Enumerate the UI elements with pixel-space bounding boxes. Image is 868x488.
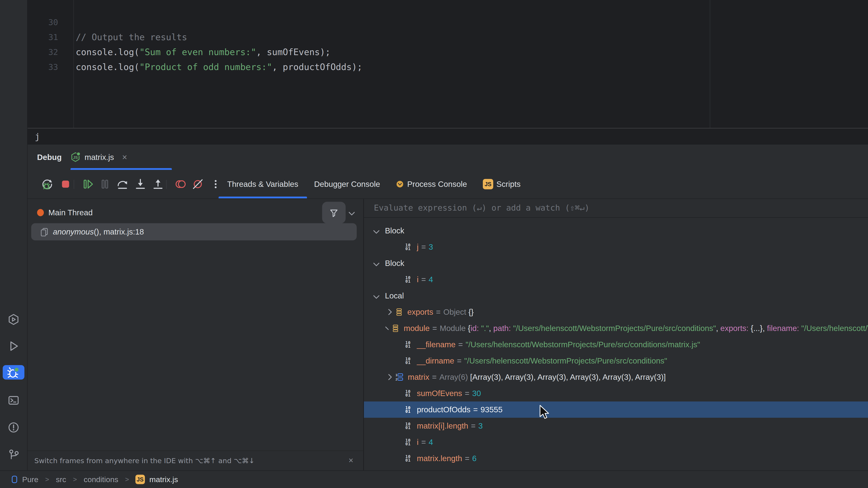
debug-tool-button[interactable] <box>3 365 24 380</box>
chevron-right-icon: > <box>125 476 129 483</box>
evaluate-placeholder: Evaluate expression (↵) or add a watch (… <box>374 199 590 217</box>
step-into-icon[interactable] <box>134 178 147 191</box>
scope-row[interactable]: Block <box>364 255 868 271</box>
inline-text[interactable]: j <box>35 129 40 144</box>
view-breakpoints-icon[interactable] <box>174 178 187 191</box>
run-icon <box>7 340 20 352</box>
terminal-button[interactable] <box>3 393 24 408</box>
object-icon <box>395 308 403 316</box>
variable-row[interactable]: 1001 i = 4 <box>364 434 868 450</box>
chevron-down-icon[interactable] <box>373 228 379 234</box>
close-icon[interactable]: × <box>348 451 353 470</box>
variable-row[interactable]: 1 2 matrix = Array(6) [Array(3), Array(3… <box>364 369 868 385</box>
resume-icon[interactable] <box>81 178 94 191</box>
evaluate-inline-row[interactable]: j <box>28 129 868 144</box>
git-branch-icon <box>7 449 20 461</box>
editor-split-divider[interactable] <box>710 0 710 128</box>
variable-row-selected[interactable]: 1001 productOfOdds = 93555 <box>364 401 868 418</box>
chevron-right-icon[interactable] <box>385 326 389 330</box>
step-over-icon[interactable] <box>116 178 129 191</box>
variable-row[interactable]: 1001 __filename = "/Users/helenscott/Web… <box>364 336 868 353</box>
code-editor[interactable]: 30 // Output the results 31 console.log(… <box>28 0 868 129</box>
primitive-icon: 1001 <box>403 341 413 348</box>
filter-icon <box>329 207 339 218</box>
thread-status-dot <box>37 209 44 216</box>
code-line[interactable]: 33 <box>28 45 706 60</box>
svg-text:2: 2 <box>396 378 398 381</box>
tab-scripts[interactable]: JS Scripts <box>483 170 521 198</box>
variable-row[interactable]: 1001 matrix.length = 6 <box>364 450 868 466</box>
breadcrumb-item-project[interactable]: Pure <box>22 475 38 484</box>
version-control-button[interactable] <box>3 447 24 462</box>
evaluate-expression-field[interactable]: Evaluate expression (↵) or add a watch (… <box>364 199 868 218</box>
debug-toolbar: Threads & Variables Debugger Console Pro… <box>28 170 868 199</box>
ide-window: 30 // Output the results 31 console.log(… <box>0 0 868 488</box>
primitive-icon: 1001 <box>403 357 413 364</box>
project-icon <box>10 475 19 484</box>
session-tab-matrix-js[interactable]: JS matrix.js × <box>70 144 172 170</box>
code-line[interactable]: 30 // Output the results <box>28 0 706 15</box>
variable-row[interactable]: 1001 sumOfEvens = 30 <box>364 385 868 401</box>
pause-icon[interactable] <box>98 178 111 191</box>
chevron-down-icon[interactable] <box>348 209 355 216</box>
chevron-right-icon[interactable] <box>385 309 392 315</box>
frame-function-name: anonymous <box>53 227 94 236</box>
stop-icon[interactable] <box>59 178 72 191</box>
debug-bug-icon <box>7 366 20 379</box>
primitive-icon: 1001 <box>403 455 413 462</box>
chevron-down-icon[interactable] <box>373 293 379 299</box>
debug-title: Debug <box>37 144 62 170</box>
variables-tree: Block 1001 j = 3 Block 1001 i <box>364 223 868 466</box>
terminal-icon <box>7 394 20 406</box>
frame-location: (), matrix.js:18 <box>94 227 144 236</box>
mute-breakpoints-icon[interactable] <box>191 178 204 191</box>
debug-tool-window: Debug JS matrix.js × <box>28 144 868 470</box>
scope-row[interactable]: Local <box>364 288 868 304</box>
active-tab-indicator <box>70 168 172 170</box>
run-button[interactable] <box>3 339 24 353</box>
variables-panel: Evaluate expression (↵) or add a watch (… <box>364 199 868 470</box>
gutter-divider <box>73 0 74 128</box>
primitive-icon: 1001 <box>403 438 413 446</box>
active-tab-indicator <box>219 197 307 198</box>
tab-threads-variables[interactable]: Threads & Variables <box>227 170 298 198</box>
primitive-icon: 1001 <box>403 390 413 397</box>
breadcrumb-item-conditions[interactable]: conditions <box>84 475 118 484</box>
problems-button[interactable] <box>3 420 24 435</box>
services-button[interactable] <box>3 312 24 327</box>
process-console-icon <box>396 180 404 188</box>
line-number[interactable]: 33 <box>28 60 58 74</box>
array-icon: 1 2 <box>395 373 404 381</box>
code-line[interactable]: 32 console.log("Product of odd numbers:"… <box>28 30 706 45</box>
tab-process-console[interactable]: Process Console <box>396 170 467 198</box>
tab-debugger-console[interactable]: Debugger Console <box>314 170 380 198</box>
mouse-cursor <box>539 405 550 421</box>
close-icon[interactable]: × <box>122 153 127 162</box>
variable-row[interactable]: 1001 __dirname = "/Users/helenscott/Webs… <box>364 353 868 369</box>
breadcrumb-item-file[interactable]: matrix.js <box>149 475 178 484</box>
variable-row[interactable]: 1001 i = 4 <box>364 271 868 288</box>
problems-icon <box>7 421 20 433</box>
chevron-down-icon[interactable] <box>373 260 379 266</box>
session-tab-label[interactable]: matrix.js <box>85 153 114 162</box>
rerun-debug-icon[interactable] <box>41 178 54 191</box>
code-line[interactable]: 31 console.log("Sum of even numbers:", s… <box>28 15 706 30</box>
primitive-icon: 1001 <box>403 243 413 251</box>
more-options-icon[interactable] <box>209 178 222 191</box>
debugger-view-tabs: Threads & Variables Debugger Console Pro… <box>227 170 521 198</box>
thread-selector[interactable]: Main Thread <box>28 199 363 226</box>
step-out-icon[interactable] <box>152 178 164 191</box>
object-icon <box>391 324 400 332</box>
stack-frame-row[interactable]: anonymous(), matrix.js:18 <box>31 223 357 240</box>
scope-row[interactable]: Block <box>364 223 868 239</box>
variable-row[interactable]: exports = Object {} <box>364 304 868 320</box>
variable-row[interactable]: 1001 j = 3 <box>364 239 868 255</box>
variable-row[interactable]: module = Module {id: ".", path: "/Users/… <box>364 320 868 336</box>
breadcrumb-item-src[interactable]: src <box>56 475 66 484</box>
services-icon <box>7 313 20 326</box>
variable-row[interactable]: 1001 matrix[i].length = 3 <box>364 418 868 434</box>
chevron-right-icon[interactable] <box>385 374 392 380</box>
filter-frames-button[interactable] <box>322 202 346 223</box>
frame-icon <box>40 227 49 236</box>
thread-label[interactable]: Main Thread <box>49 199 93 226</box>
